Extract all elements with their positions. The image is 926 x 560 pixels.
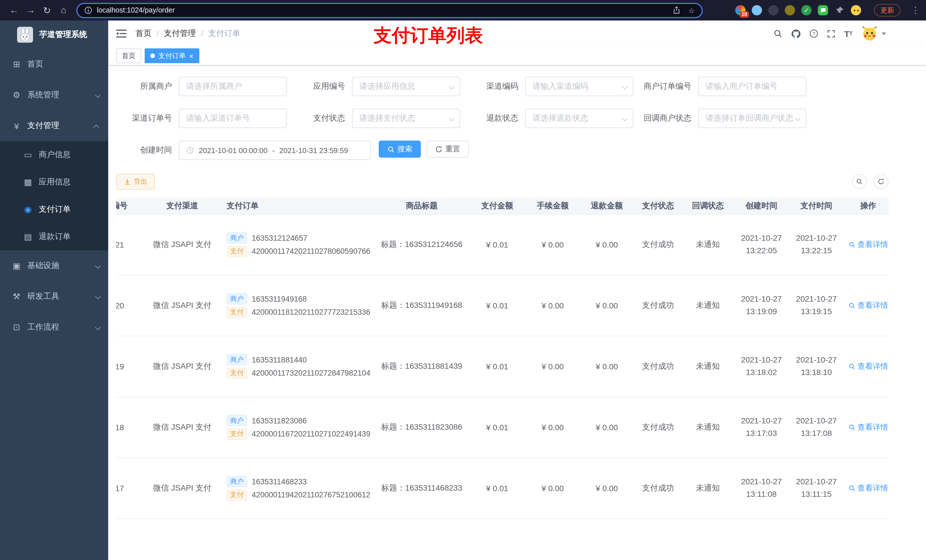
extensions-area: 10 ✓ 更新 ⋮	[735, 4, 920, 17]
ext-dark-icon[interactable]	[768, 5, 779, 15]
view-detail-link[interactable]: 查看详情	[848, 422, 888, 433]
close-icon[interactable]: ×	[189, 52, 193, 59]
chevron-down-icon	[622, 114, 626, 123]
sidebar-item-home[interactable]: ⊞ 首页	[0, 49, 108, 80]
pay-amount: ¥ 0.01	[469, 362, 526, 371]
chevron-down-icon	[95, 323, 99, 332]
breadcrumb-separator: /	[157, 29, 159, 38]
notify-status: 未通知	[682, 361, 734, 371]
merchant-label: 所属商户	[116, 82, 179, 92]
merchant-select[interactable]: 请选择所属商户	[179, 77, 287, 96]
export-button[interactable]: 导出	[116, 174, 155, 190]
sidebar-item-workflow[interactable]: ⊡ 工作流程	[0, 312, 108, 343]
pay-date: 2021-10-27	[789, 232, 843, 245]
app-title: 芋道管理系统	[39, 30, 87, 40]
font-size-icon[interactable]: TT	[844, 29, 853, 38]
app-no-select[interactable]: 请选择应用信息	[352, 77, 460, 96]
breadcrumb-payment[interactable]: 支付管理	[164, 29, 196, 39]
create-date: 2021-10-27	[734, 415, 789, 427]
search-icon[interactable]	[774, 29, 783, 38]
clock-icon	[186, 146, 194, 154]
home-icon[interactable]: ⌂	[55, 2, 72, 18]
merchant-order-no-input[interactable]: 请输入商户订单编号	[698, 77, 806, 96]
sidebar-item-infrastructure[interactable]: ▣ 基础设施	[0, 251, 108, 281]
ext-color-wheel-icon[interactable]: 10	[735, 5, 746, 15]
help-icon[interactable]: ?	[809, 29, 819, 38]
refresh-table-button[interactable]	[874, 174, 888, 189]
channel-code-select[interactable]: 请输入渠道编码	[525, 77, 633, 96]
view-detail-link[interactable]: 查看详情	[848, 240, 888, 250]
bookmark-star-icon[interactable]: ☆	[688, 6, 695, 15]
notify-status-select[interactable]: 请选择订单回调商户状态	[698, 109, 806, 128]
pay-status: 支付成功	[634, 361, 682, 371]
pay-status: 支付成功	[634, 422, 682, 433]
merchant-badge: 商户	[227, 476, 247, 488]
ext-olive-icon[interactable]	[785, 5, 795, 15]
pay-status-select[interactable]: 请选择支付状态	[352, 109, 460, 128]
start-date-value: 2021-10-01 00:00:00	[199, 146, 267, 154]
show-search-toggle-button[interactable]	[852, 174, 867, 189]
page-content: 所属商户 请选择所属商户 应用编号 请选择应用信息 渠道编码	[108, 65, 926, 560]
pay-status: 支付成功	[634, 483, 682, 494]
tab-home[interactable]: 首页	[116, 48, 141, 63]
view-detail-link[interactable]: 查看详情	[848, 483, 888, 494]
pay-order-cell: 商户1635311468233 支付4200001194202110276752…	[222, 474, 375, 503]
notify-status: 未通知	[682, 240, 734, 250]
sidebar-item-system[interactable]: ⚙ 系统管理	[0, 80, 108, 110]
share-icon[interactable]	[673, 6, 681, 14]
pay-date: 2021-10-27	[789, 354, 843, 367]
sidebar-item-refund-order[interactable]: ▤ 退款订单	[0, 223, 108, 251]
breadcrumb-home[interactable]: 首页	[136, 29, 151, 39]
ext-green-check-icon[interactable]: ✓	[801, 5, 811, 15]
logo-avatar	[17, 27, 33, 43]
sidebar-item-payment[interactable]: ¥ 支付管理	[0, 110, 108, 141]
ext-emoji-icon[interactable]	[851, 5, 861, 15]
ext-chat-icon[interactable]	[818, 5, 828, 15]
chevron-down-icon	[95, 292, 99, 301]
pay-amount: ¥ 0.01	[469, 423, 526, 432]
chevron-up-icon	[95, 121, 99, 130]
view-detail-link[interactable]: 查看详情	[848, 300, 888, 311]
fullscreen-icon[interactable]	[827, 29, 836, 38]
pay-order-no: 4200001174202110278060590766	[252, 247, 370, 256]
back-icon[interactable]: ←	[6, 2, 22, 18]
merchant-badge: 商户	[227, 293, 247, 305]
tab-label: 首页	[122, 51, 136, 60]
refund-amount: ¥ 0.00	[580, 362, 634, 371]
sidebar-item-merchant-info[interactable]: ▭ 商户信息	[0, 141, 108, 169]
ext-drop-icon[interactable]	[752, 5, 762, 15]
header-pay-time: 支付时间	[789, 199, 843, 212]
placeholder-text: 请选择应用信息	[359, 82, 415, 92]
channel-order-no-input[interactable]: 请输入渠道订单号	[179, 109, 287, 128]
breadcrumb: 首页 / 支付管理 / 支付订单	[136, 29, 240, 39]
pay-order-no: 4200001173202110272847982104	[252, 369, 370, 377]
url-bar[interactable]: localhost:1024/pay/order ☆	[76, 3, 703, 18]
browser-menu-icon[interactable]: ⋮	[911, 5, 920, 15]
tab-pay-order[interactable]: 支付订单 ×	[145, 48, 199, 63]
fee-amount: ¥ 0.00	[526, 484, 580, 493]
reset-button[interactable]: 重置	[427, 140, 469, 158]
search-button[interactable]: 搜索	[379, 140, 421, 158]
refund-status-label: 退款状态	[462, 113, 525, 124]
view-detail-link[interactable]: 查看详情	[848, 361, 888, 371]
sidebar-item-app-info[interactable]: ▦ 应用信息	[0, 169, 108, 196]
order-id: 18	[116, 423, 142, 432]
collapse-sidebar-icon[interactable]	[116, 29, 126, 38]
pay-status: 支付成功	[634, 240, 682, 250]
create-date: 2021-10-27	[734, 354, 789, 367]
browser-update-button[interactable]: 更新	[874, 4, 900, 17]
ext-pin-icon[interactable]	[834, 5, 844, 15]
github-icon[interactable]	[791, 29, 801, 38]
sidebar-item-pay-order[interactable]: ◉ 支付订单	[0, 196, 108, 223]
placeholder-text: 请选择订单回调商户状态	[706, 113, 793, 124]
create-time-range-input[interactable]: 2021-10-01 00:00:00 - 2021-10-31 23:59:5…	[179, 140, 371, 160]
create-time: 13:11:08	[734, 488, 789, 501]
reload-icon[interactable]: ↻	[39, 2, 55, 18]
refund-amount: ¥ 0.00	[580, 240, 634, 249]
forward-icon[interactable]: →	[22, 2, 39, 18]
refund-status-select[interactable]: 请选择退款状态	[525, 109, 633, 128]
sidebar-item-dev-tools[interactable]: ⚒ 研发工具	[0, 281, 108, 312]
site-info-icon[interactable]	[84, 6, 92, 14]
user-menu[interactable]	[861, 25, 886, 42]
product-title: 标题：1635312124656	[375, 240, 469, 250]
